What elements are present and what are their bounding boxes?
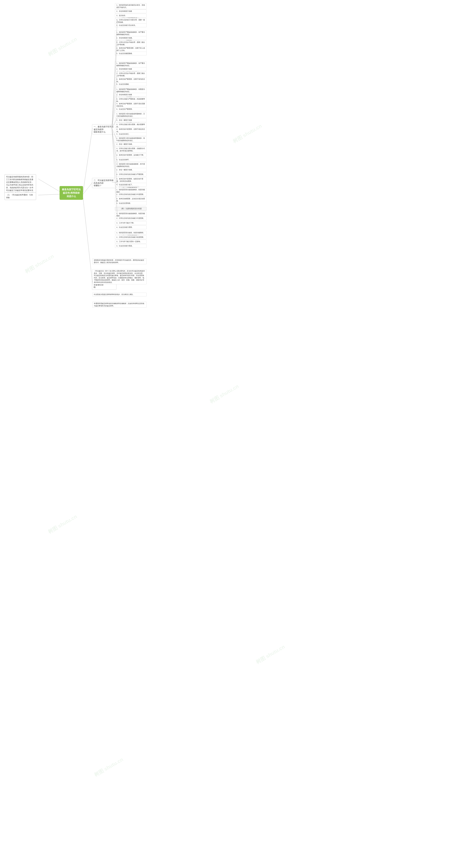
grade7-item3: 3、日常生活有关的活动能力严重受限。 — [115, 173, 146, 176]
grade2-item2: 2、存在特殊医疗依赖。 — [115, 36, 146, 40]
grade3-item1: 1、组织器官严重缺损或畸形，有严重功能障碍确或并发症。 — [115, 61, 146, 67]
grade1-item2: 2、存在特殊医疗依赖 — [115, 9, 146, 13]
grade1-item3: 3、意识丧失 — [115, 14, 146, 18]
grade7-item4: 4、各种活动中度受限，短暂活动不受限，长时间活动受限。 — [115, 177, 146, 183]
branch1-text: 一、秦皇岛抚宁区司法鉴定伤残等级标准是什么 — [94, 126, 113, 133]
grade8-item4: 4、社会交往受到影。 — [115, 202, 146, 205]
grade3-item5: 5、社会交往困难。 — [115, 82, 146, 86]
branch2-text: 二、司法鉴定伤情等级的具体内容有哪些？ — [94, 179, 113, 187]
svg-line-2 — [83, 198, 92, 283]
grade5-item1: 1、组织器官大部分缺损或明显畸形，又中度功能障碍或并发症。 — [115, 112, 146, 118]
svg-line-1 — [83, 182, 92, 194]
watermark-3: 树图 shutu.cn — [24, 253, 55, 275]
grade3-item2: 2、存在特殊医疗依赖 — [115, 67, 146, 71]
section3-item2: 《司法鉴定法》第十三条 委托人通过委托的，应当向司法鉴定机构提供真实、完整、充分… — [92, 269, 146, 284]
watermark-5: 树图 shutu.cn — [47, 513, 78, 535]
grade1-item5: 5、社会交往能力完全丧失。 — [115, 24, 146, 27]
grade1-item4: 4、日常生活的各行为部分理、需要一级护理依赖。 — [115, 18, 146, 24]
grade2-item3: 3、日常生活完全不能自理，需要二级以上护理依赖。 — [115, 40, 146, 46]
grade2-item1: 1、组织器官严重缺损或畸形，有严重功能障碍确或并发症。 — [115, 30, 146, 36]
branch2-label: 二、司法鉴定伤情等级的具体内容有哪些？ — [92, 178, 117, 188]
branch1-label: 一、秦皇岛抚宁区司法鉴定伤残等级标准是什么 — [92, 124, 117, 134]
grade9-label: （附）九级伤残的划分依据 — [115, 207, 146, 211]
section3-item4: 本通用所需鉴定材料包括生物检材和生物检材，比如伤本材料以及其他与鉴定事项有关的鉴… — [92, 302, 146, 308]
page-wrapper: 树图 shutu.cn 树图 shutu.cn 树图 shutu.cn 树图 s… — [0, 0, 150, 868]
grade6-item3: 3、日常生活能力部分受限，但能部分代偿，条件性地活需帮助。 — [115, 147, 146, 153]
grade6-item1: 1、组织器官大部分缺损或明显畸形，有中度功能障碍或并发症。 — [115, 136, 146, 142]
grade8-item2: 2、日常生活有关的活动能力中度受限。 — [115, 192, 146, 196]
grade10-item4: 4、社会交往能力受损。 — [115, 244, 146, 248]
svg-line-4 — [38, 194, 60, 195]
grade4-item4: 4、各种活动严重受限，仅限于居住范围内的活动。 — [115, 102, 146, 108]
grade4-item2: 2、存在特殊医疗依赖 — [115, 93, 146, 97]
watermark-7: 树图 shutu.cn — [93, 756, 125, 778]
grade4-item5: 5、社会交往严重受限。 — [115, 107, 146, 111]
grade6-item2: 2、存在一般医疗依赖。 — [115, 142, 146, 146]
left-node-2: （1）《司法鉴定程序通则》 引则准备 — [4, 192, 36, 200]
grade2-item5: 5、社会交往极度困难。 — [115, 52, 146, 56]
grade2-item4: 4、各种活动严重受变限，仅限于床上或椅子上活动。 — [115, 46, 146, 52]
grade6-item4: 4、各种活动中度受限，运动能力下降。 — [115, 153, 146, 157]
grade5-item5: 5、社会交往贫乏。 — [115, 132, 146, 136]
left-node-2-text: （1）《司法鉴定程序通则》 引则准备 — [6, 194, 33, 198]
section3-item1: 体制制定伤残鉴定需的初衷，对伤情进行司法鉴定的，需同意此处鉴定委托书、被鉴定人相… — [92, 258, 146, 264]
watermark-1: 树图 shutu.cn — [47, 36, 78, 58]
section3-item3: 向法院或大院提交资料材料时的初步，应当将其入满告。 — [92, 292, 146, 297]
center-topic: 秦皇岛抚宁区司法鉴定伤 残等级标准是什么 — [60, 186, 83, 200]
grade1-item1: 1、组织器官缺失或功能完全丧失、其他器官不能代代。 — [115, 3, 146, 9]
grade9-item2: 2、日常生活有关的活动能力中度受限。 — [115, 216, 146, 220]
grade10-item1: 1、组织器官部分缺损，轻度功能障碍。 — [115, 231, 146, 235]
grade6-item5: 5、社会交往狭窄。 — [115, 158, 146, 162]
center-topic-text: 秦皇岛抚宁区司法鉴定伤 残等级标准是什么 — [62, 188, 81, 198]
grade7-item1: 1、组织器官大部分缺损或畸形，有中度功能障碍或并发症。 — [115, 162, 146, 168]
grade3-item3: 3、日常生活完全不能自理，需要三级以上护理依赖。 — [115, 71, 146, 78]
grade10-item3: 3、工作与学习能力受到一定影响。 — [115, 240, 146, 244]
grade9-item3: 3、工作与学习能力下降。 — [115, 221, 146, 225]
grade4-item1: 1、组织器官严重缺损或畸形，有重度功能障碍确或并发症。 — [115, 87, 146, 93]
svg-line-0 — [83, 128, 92, 192]
grade10-item2: 2、日常生活有关的活动能力轻度受限。 — [115, 236, 146, 239]
grade7-item2: 2、存在一般医疗依赖。 — [115, 168, 146, 172]
svg-line-3 — [38, 179, 60, 191]
grade5-item2: 2、存在一般医疗依赖 — [115, 118, 146, 122]
grade9-item4: 4、社会交往能力受限。 — [115, 225, 146, 229]
